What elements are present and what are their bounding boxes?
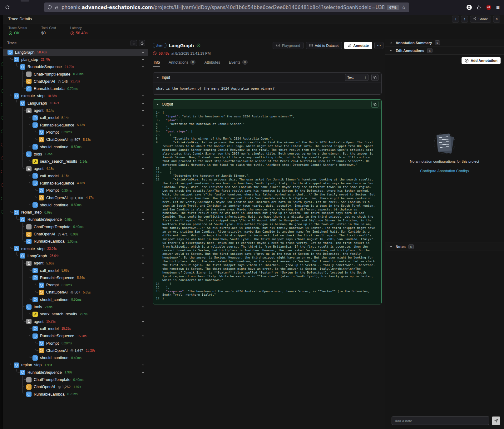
trace-tree-row[interactable]: RunnableSequence1.98s [7, 369, 148, 376]
trace-tree-row[interactable]: ChatOpenAI◎5075.13s [7, 136, 148, 143]
trace-tree-row[interactable]: searx_search_results2.09s [7, 311, 148, 318]
chevron-down-icon[interactable] [141, 305, 145, 309]
trace-tree-row[interactable]: call_model5.14s [7, 114, 148, 121]
chevron-down-icon[interactable] [156, 76, 160, 79]
trace-tree-row[interactable]: call_model5.66s [7, 267, 148, 274]
copy-icon[interactable] [371, 74, 378, 81]
chevron-down-icon[interactable] [141, 101, 145, 105]
trace-tree-row[interactable]: RunnableSequence4.18s [7, 180, 148, 187]
trace-tree-row[interactable]: tools2.09s [7, 303, 148, 310]
trace-tree-row[interactable]: call_model15.28s [7, 325, 148, 332]
trace-tree-row[interactable]: Prompt0.30ms [7, 187, 148, 194]
annotate-button[interactable]: Annotate [344, 42, 372, 49]
chevron-down-icon[interactable] [141, 152, 145, 156]
trace-tree-row[interactable]: should_continue0.50ms [7, 201, 148, 209]
trace-tree-row[interactable]: execute_step10.68s [7, 92, 148, 100]
trace-tree-row[interactable]: RunnableLambda1.00ms [7, 238, 148, 245]
trace-tree-row[interactable]: agent5.66s [7, 260, 148, 267]
tab-events[interactable]: Events0 [229, 58, 248, 67]
chevron-down-icon[interactable] [141, 371, 145, 374]
fold-caret-icon[interactable] [158, 130, 161, 133]
trace-tree-row[interactable]: Prompt0.20ms [7, 129, 148, 136]
adblock-shield-icon[interactable]: uO [486, 5, 492, 10]
trace-tree-row[interactable]: ChatOpenAI◎5075.65s [7, 289, 148, 296]
chevron-down-icon[interactable] [156, 102, 160, 106]
notes-header[interactable]: Notes N [385, 243, 504, 250]
chevron-down-icon[interactable] [141, 65, 145, 69]
extension-circle-icon[interactable] [467, 5, 472, 10]
chevron-down-icon[interactable] [141, 218, 145, 221]
tab-attributes[interactable]: Attributes [204, 58, 220, 67]
extension-icon[interactable] [477, 5, 481, 10]
trace-tree-row[interactable]: replan_step0.99s [7, 209, 148, 216]
fold-caret-icon[interactable] [160, 171, 162, 174]
chevron-down-icon[interactable] [141, 58, 145, 62]
trace-tree-row[interactable]: LangGraph10.67s [7, 100, 148, 107]
trace-tree-row[interactable]: Prompt0.10ms [7, 282, 148, 289]
zoom-level-badge[interactable]: 67% [387, 5, 399, 10]
chevron-down-icon[interactable] [141, 276, 145, 280]
note-input[interactable] [392, 417, 489, 425]
trace-tree-row[interactable]: should_continue0.50ms [7, 143, 148, 150]
configure-annotation-configs-link[interactable]: Configure Annotation Configs [385, 169, 504, 173]
copy-icon[interactable] [371, 101, 378, 108]
chevron-down-icon[interactable] [141, 123, 145, 127]
trace-tree-row[interactable]: ChatOpenAI◎14521.78s [7, 78, 148, 85]
next-span-button[interactable]: ↑ [461, 16, 468, 22]
trace-tree-row[interactable]: ChatPromptTemplate0.70ms [7, 71, 148, 78]
trace-tree-row[interactable]: ChatPromptTemplate0.40ms [7, 376, 148, 383]
tab-annotations[interactable]: Annotations0 [168, 58, 196, 67]
tab-info[interactable]: Info [153, 58, 160, 67]
trace-tree-row[interactable]: agent5.14s [7, 107, 148, 114]
url-text[interactable]: phoenix.advanced-eschatonics.com/project… [62, 5, 384, 10]
prev-span-button[interactable]: ↓ [452, 16, 459, 22]
chevron-down-icon[interactable] [141, 320, 145, 323]
trace-tree-row[interactable]: agent4.18s [7, 165, 148, 172]
trace-tree-row[interactable]: should_continue0.40ms [7, 354, 148, 361]
fold-caret-icon[interactable] [158, 134, 161, 136]
annotation-summary-header[interactable]: Annotation Summary S [385, 39, 504, 47]
trace-tree-row[interactable]: RunnableSequence21.79s [7, 63, 148, 71]
trace-tree-row[interactable]: RunnableSequence0.98s [7, 216, 148, 223]
trace-tree-row[interactable]: tools1.35s [7, 150, 148, 158]
trace-tree-row[interactable]: searx_search_results1.34s [7, 158, 148, 165]
trace-tree-row[interactable]: ChatOpenAI◎1,2621.97s [7, 383, 148, 391]
expand-all-icon[interactable] [131, 40, 137, 46]
chevron-down-icon[interactable] [141, 363, 145, 367]
trace-tree-row[interactable]: execute_step23.04s [7, 245, 148, 252]
reload-icon[interactable] [5, 5, 10, 10]
trace-tree-row[interactable]: RunnableSequence15.28s [7, 333, 148, 340]
fold-caret-icon[interactable] [158, 111, 161, 114]
chevron-down-icon[interactable] [141, 109, 145, 112]
send-note-icon[interactable] [492, 417, 500, 425]
trace-tree-row[interactable]: call_model4.18s [7, 172, 148, 180]
more-actions-button[interactable]: ⋯ [374, 42, 383, 49]
playground-button[interactable]: Playground [273, 42, 304, 49]
trace-tree-row[interactable]: LangGraph58.48s [7, 49, 148, 56]
trace-tree-row[interactable]: Prompt0.20ms [7, 340, 148, 347]
chevron-down-icon[interactable] [141, 94, 145, 98]
chevron-down-icon[interactable] [141, 247, 145, 251]
trace-tree-row[interactable]: should_continue0.50ms [7, 296, 148, 303]
edit-annotations-header[interactable]: Edit Annotations E [385, 47, 504, 55]
close-icon[interactable]: × [493, 16, 500, 22]
trace-tree-row[interactable]: RunnableLambda0.70ms [7, 85, 148, 92]
share-button[interactable]: Share [470, 16, 491, 22]
format-select[interactable]: Text ▴▾ [345, 74, 368, 81]
chevron-down-icon[interactable] [141, 210, 145, 214]
trace-tree-row[interactable]: RunnableLambda0.70ms [7, 391, 148, 398]
stopwatch-icon[interactable] [139, 40, 145, 46]
trace-tree-row[interactable]: replan_step1.98s [7, 362, 148, 369]
add-annotation-button[interactable]: Add Annotation [462, 57, 501, 64]
trace-tree-row[interactable]: agent15.29s [7, 318, 148, 325]
trace-tree-row[interactable]: RunnableSequence5.13s [7, 121, 148, 129]
bookmark-star-icon[interactable]: ☆ [402, 4, 406, 10]
chevron-down-icon[interactable] [141, 254, 145, 258]
chevron-down-icon[interactable] [141, 51, 145, 54]
add-to-dataset-button[interactable]: Add to Dataset [306, 42, 342, 49]
url-bar[interactable]: phoenix.advanced-eschatonics.com/project… [44, 2, 409, 12]
fold-caret-icon[interactable] [158, 119, 161, 121]
trace-tree-row[interactable]: ChatPromptTemplate0.40ms [7, 223, 148, 230]
trace-tree-row[interactable]: ChatOpenAI◎4710.98s [7, 230, 148, 238]
trace-tree-row[interactable]: plan_step21.79s [7, 56, 148, 63]
